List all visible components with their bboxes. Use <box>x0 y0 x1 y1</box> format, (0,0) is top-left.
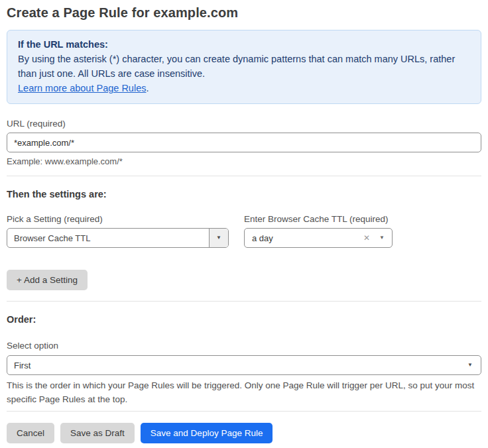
clear-icon[interactable]: ✕ <box>363 234 370 242</box>
add-setting-button[interactable]: + Add a Setting <box>7 270 88 290</box>
order-select[interactable]: First ▼ <box>7 355 481 375</box>
divider <box>7 411 481 412</box>
chevron-down-icon[interactable]: ▼ <box>379 235 385 241</box>
url-match-info-box: If the URL matches: By using the asteris… <box>7 30 481 104</box>
ttl-select-field: Enter Browser Cache TTL (required) a day… <box>244 199 393 248</box>
save-as-draft-button[interactable]: Save as Draft <box>60 423 135 443</box>
setting-select-field: Pick a Setting (required) Browser Cache … <box>7 199 229 248</box>
setting-select[interactable]: Browser Cache TTL ▼ <box>7 228 229 248</box>
learn-more-link[interactable]: Learn more about Page Rules <box>18 83 146 93</box>
divider <box>7 176 481 176</box>
ttl-select-label: Enter Browser Cache TTL (required) <box>244 214 393 224</box>
url-field-label: URL (required) <box>7 119 481 129</box>
ttl-combobox-value: a day <box>252 233 363 243</box>
ttl-combobox[interactable]: a day ✕ ▼ <box>244 228 393 248</box>
settings-section-heading: Then the settings are: <box>7 189 481 199</box>
divider <box>7 301 481 302</box>
create-page-rule-form: Create a Page Rule for example.com If th… <box>0 0 488 448</box>
order-select-value: First <box>14 361 467 370</box>
link-suffix: . <box>146 83 149 93</box>
chevron-down-icon: ▼ <box>467 363 473 368</box>
settings-fields-row: Pick a Setting (required) Browser Cache … <box>7 199 481 248</box>
page-title: Create a Page Rule for example.com <box>7 5 481 21</box>
save-and-deploy-button[interactable]: Save and Deploy Page Rule <box>141 423 273 443</box>
info-box-link-line: Learn more about Page Rules. <box>18 81 470 95</box>
chevron-down-icon: ▼ <box>216 235 221 241</box>
setting-select-value: Browser Cache TTL <box>7 229 209 247</box>
footer-buttons: Cancel Save as Draft Save and Deploy Pag… <box>7 423 481 443</box>
order-select-label: Select option <box>7 341 481 351</box>
info-box-heading: If the URL matches: <box>18 37 470 52</box>
info-box-body: By using the asterisk (*) character, you… <box>18 52 470 81</box>
url-helper-text: Example: www.example.com/* <box>7 156 481 166</box>
cancel-button[interactable]: Cancel <box>7 423 54 443</box>
setting-select-arrow-cell[interactable]: ▼ <box>209 229 228 247</box>
setting-select-label: Pick a Setting (required) <box>7 214 229 224</box>
url-input[interactable] <box>7 133 481 152</box>
order-helper-text: This is the order in which your Page Rul… <box>7 378 475 406</box>
order-section-heading: Order: <box>7 314 481 325</box>
